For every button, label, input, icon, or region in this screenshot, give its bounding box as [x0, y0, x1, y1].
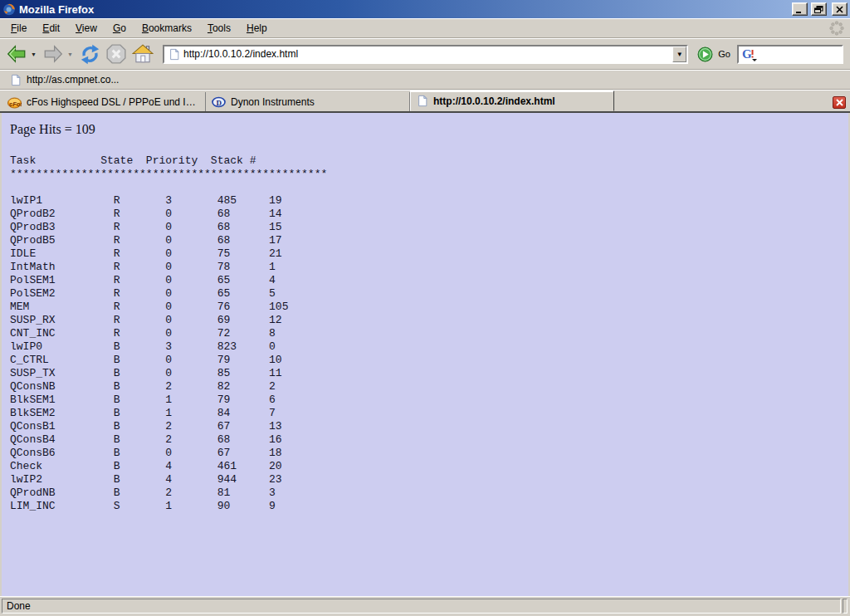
window-title: Mozilla Firefox: [19, 3, 789, 16]
go-button[interactable]: Go: [694, 42, 737, 66]
navigation-toolbar: ▼ ▼: [0, 38, 850, 70]
dynon-icon: D: [212, 95, 226, 109]
go-label: Go: [718, 49, 730, 59]
url-dropdown-button[interactable]: ▼: [672, 46, 686, 62]
back-button[interactable]: [3, 41, 30, 67]
menu-view[interactable]: View: [68, 20, 105, 37]
browser-window: Mozilla Firefox FileEditViewGoBookmarksT…: [0, 0, 850, 616]
menu-file[interactable]: File: [3, 20, 35, 37]
tab-3[interactable]: http://10.0.10.2/index.html: [410, 90, 614, 111]
stop-icon: [105, 43, 127, 65]
status-bar: Done: [0, 596, 850, 616]
url-bar: ▼: [163, 45, 688, 64]
cfos-icon: cFos: [7, 95, 22, 109]
back-icon: [6, 43, 27, 65]
close-button[interactable]: [832, 2, 848, 16]
url-input[interactable]: [182, 48, 672, 60]
menu-bar-items: FileEditViewGoBookmarksToolsHelp: [3, 20, 276, 37]
tab-label: Dynon Instruments: [231, 96, 315, 108]
tab-label: http://10.0.10.2/index.html: [433, 95, 555, 107]
menu-help[interactable]: Help: [239, 20, 276, 37]
forward-button[interactable]: [40, 41, 66, 67]
back-dropdown-icon[interactable]: ▼: [30, 42, 37, 66]
status-bar-grip: [843, 599, 848, 614]
svg-text:cFos: cFos: [9, 100, 22, 107]
tab-bar: cFoscFos Highspeed DSL / PPPoE und ISDN …: [0, 90, 850, 113]
bookmark-label: http://as.cmpnet.co...: [27, 74, 119, 86]
page-icon: [169, 48, 180, 61]
menu-tools[interactable]: Tools: [200, 20, 239, 37]
home-icon: [132, 43, 154, 65]
svg-text:D: D: [217, 98, 222, 106]
reload-button[interactable]: [76, 41, 103, 67]
page-hits-text: Page Hits = 109: [10, 122, 848, 137]
menu-bar: FileEditViewGoBookmarksToolsHelp: [0, 18, 850, 38]
stop-button[interactable]: [103, 41, 129, 67]
search-box: G: [737, 45, 843, 64]
tab-label: cFos Highspeed DSL / PPPoE und ISDN CAP.…: [27, 96, 199, 108]
go-icon: [697, 46, 713, 62]
status-text: Done: [2, 599, 841, 614]
title-bar: Mozilla Firefox: [0, 0, 850, 18]
bookmarks-bar: http://as.cmpnet.co...: [0, 70, 850, 90]
minimize-button[interactable]: [792, 2, 808, 16]
svg-text:G: G: [742, 47, 752, 61]
page-icon: [10, 74, 22, 86]
forward-icon: [42, 43, 64, 65]
menu-go[interactable]: Go: [105, 20, 134, 37]
google-logo-icon: G: [741, 47, 758, 61]
reload-icon: [79, 43, 101, 66]
throbber-icon: [828, 20, 845, 37]
tab-1[interactable]: cFoscFos Highspeed DSL / PPPoE und ISDN …: [2, 92, 206, 111]
firefox-icon: [2, 2, 16, 16]
forward-dropdown-icon[interactable]: ▼: [66, 42, 74, 66]
tab-close-button[interactable]: [833, 96, 846, 109]
bookmark-item[interactable]: http://as.cmpnet.co...: [5, 72, 124, 88]
page-icon: [417, 95, 428, 107]
task-table: Task State Priority Stack # ************…: [10, 154, 848, 513]
search-input[interactable]: [760, 47, 842, 61]
menu-edit[interactable]: Edit: [35, 20, 68, 37]
tab-2[interactable]: DDynon Instruments: [206, 92, 410, 111]
page-content: Page Hits = 109 Task State Priority Stac…: [2, 113, 848, 596]
restore-button[interactable]: [811, 2, 827, 16]
menu-bookmarks[interactable]: Bookmarks: [134, 20, 200, 37]
home-button[interactable]: [129, 41, 156, 67]
